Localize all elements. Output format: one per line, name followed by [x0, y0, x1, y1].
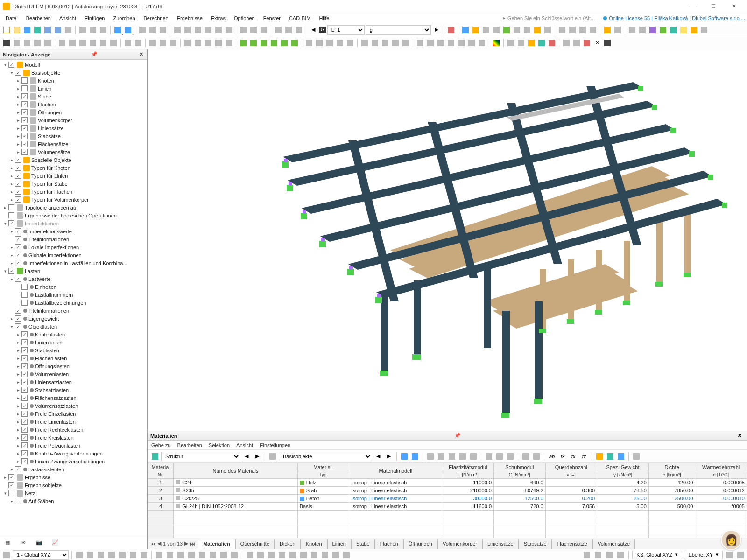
tree-item-22[interactable]: Titelinformationen	[2, 235, 147, 243]
dock-tab-querschnitte[interactable]: Querschnitte	[235, 539, 275, 549]
tree-checkbox[interactable]	[21, 395, 28, 401]
row-y[interactable]: 25.00	[597, 495, 649, 503]
dock-fx-2-button[interactable]: fx	[558, 452, 567, 461]
hdr-e[interactable]: Elastizitätsmodul	[442, 463, 494, 471]
tree-twisty-icon[interactable]: ▸	[8, 173, 15, 179]
mod-3-button[interactable]	[436, 38, 445, 48]
row-a[interactable]: 0.000010	[695, 495, 747, 503]
tree-checkbox[interactable]	[21, 101, 28, 107]
draw-12-button[interactable]	[183, 38, 192, 48]
row-p[interactable]: 420.00	[648, 479, 695, 487]
tree-item-26[interactable]: ▾Lasten	[2, 267, 147, 275]
solid-3-button[interactable]	[381, 38, 390, 48]
load-a-button[interactable]	[239, 25, 248, 35]
sb-2[interactable]	[85, 550, 95, 560]
tool-7-button[interactable]	[522, 25, 532, 35]
material-row-4[interactable]: 4GL24h | DIN 1052:2008-12BasisIsotrop | …	[148, 503, 747, 511]
sb-20[interactable]	[288, 550, 297, 560]
sb-12[interactable]	[197, 550, 207, 560]
tool-11-button[interactable]	[568, 25, 577, 35]
result-a-button[interactable]	[446, 25, 456, 35]
tree-item-49[interactable]: ▸Knoten-Zwangsverformungen	[2, 449, 147, 457]
tree-twisty-icon[interactable]: ▸	[8, 276, 15, 282]
tool-21-button[interactable]	[679, 25, 688, 35]
tool-9-button[interactable]	[543, 25, 552, 35]
tree-item-54[interactable]: ▾Netz	[2, 489, 147, 497]
tree-checkbox[interactable]	[15, 252, 21, 258]
sb-17[interactable]	[256, 550, 265, 560]
tree-checkbox[interactable]	[21, 149, 28, 155]
tree-item-29[interactable]: Lastfallnummern	[2, 291, 147, 299]
tree-item-21[interactable]: ▸Imperfektionswerte	[2, 227, 147, 235]
dock-edit-5-button[interactable]	[532, 452, 541, 461]
menu-berechnen[interactable]: Berechnen	[140, 14, 172, 22]
tree-twisty-icon[interactable]: ▸	[15, 93, 21, 100]
hdr-e-b[interactable]: E [N/mm²]	[442, 471, 494, 479]
mod-4-button[interactable]	[446, 38, 456, 48]
tree-item-18[interactable]: ▸Topologie anzeigen auf	[2, 203, 147, 211]
tool-16-button[interactable]	[627, 25, 637, 35]
dock-unit-2-button[interactable]	[606, 452, 615, 461]
materials-grid[interactable]: Material Name des Materials Material- Ma…	[148, 463, 747, 538]
tree-twisty-icon[interactable]	[8, 236, 15, 243]
dock-fx-1-button[interactable]: ab	[547, 452, 557, 461]
edit-2-button[interactable]	[315, 38, 324, 48]
tree-item-55[interactable]: ▸Auf Stäben	[2, 497, 147, 505]
select-surf-button[interactable]	[43, 38, 52, 48]
tree-twisty-icon[interactable]: ▸	[15, 403, 21, 409]
load-case-name-select[interactable]: g	[366, 25, 431, 35]
grid-2-button[interactable]	[516, 38, 526, 48]
sb-8[interactable]	[155, 550, 164, 560]
row-g[interactable]: 12500.0	[494, 495, 546, 503]
cursor-button[interactable]	[2, 38, 11, 48]
dock-unit-3-button[interactable]	[616, 452, 626, 461]
dock-sel-1-button[interactable]	[400, 452, 409, 461]
menu-extras[interactable]: Extras	[207, 14, 229, 22]
row-y[interactable]: 78.50	[597, 487, 649, 495]
tree-checkbox[interactable]	[8, 212, 14, 218]
status-ks[interactable]: KS: Global XYZ ▾	[632, 551, 682, 559]
tree-item-30[interactable]: Lastfallbezeichnungen	[2, 299, 147, 307]
row-v[interactable]: 0.300	[545, 487, 597, 495]
tree-twisty-icon[interactable]: ▾	[8, 70, 15, 76]
tree-checkbox[interactable]	[21, 371, 28, 377]
tree-twisty-icon[interactable]: ▸	[15, 149, 21, 155]
row-y[interactable]: 5.00	[597, 503, 649, 511]
tree-checkbox[interactable]	[21, 403, 28, 409]
tree-twisty-icon[interactable]	[2, 212, 8, 219]
hdr-v[interactable]: Querdehnzahl	[545, 463, 597, 471]
tree-checkbox[interactable]	[15, 189, 21, 195]
hdr-p[interactable]: Dichte	[648, 463, 695, 471]
draw-14-button[interactable]	[204, 38, 213, 48]
tree-checkbox[interactable]	[21, 339, 28, 345]
user-avatar[interactable]: 👩	[721, 530, 741, 550]
dock-tab-stäbe[interactable]: Stäbe	[351, 539, 375, 549]
material-row-3[interactable]: 3C20/25BetonIsotrop | Linear elastisch30…	[148, 495, 747, 503]
tree-item-24[interactable]: ▸Globale Imperfektionen	[2, 251, 147, 259]
sb-25[interactable]	[342, 550, 351, 560]
load-3-button[interactable]	[259, 38, 268, 48]
tree-checkbox[interactable]	[15, 466, 21, 472]
tree-item-37[interactable]: ▸Flächenlasten	[2, 354, 147, 362]
tree-item-16[interactable]: ▸Typen für Flächen	[2, 188, 147, 196]
tree-twisty-icon[interactable]: ▸	[15, 141, 21, 147]
tree-checkbox[interactable]	[8, 62, 14, 68]
draw-6-button[interactable]	[109, 38, 118, 48]
tree-checkbox[interactable]	[15, 315, 21, 322]
dock-fx-3-button[interactable]: fx	[569, 452, 578, 461]
misc-3-button[interactable]	[582, 38, 592, 48]
tree-item-50[interactable]: ▸Linien-Zwangsverschiebungen	[2, 457, 147, 465]
load-4-button[interactable]	[269, 38, 279, 48]
hdr-nr[interactable]: Material	[148, 463, 174, 471]
tree-checkbox[interactable]	[21, 450, 28, 456]
view-solid-button[interactable]	[148, 25, 157, 35]
row-y[interactable]: 4.20	[597, 479, 649, 487]
mod-1-button[interactable]	[416, 38, 425, 48]
row-model[interactable]: Isotrop | Linear elastisch	[349, 487, 442, 495]
new-file-button[interactable]	[2, 25, 11, 35]
sb-snap-1[interactable]	[582, 550, 592, 560]
status-cs-select[interactable]: 1 - Global XYZ	[13, 550, 69, 560]
tree-twisty-icon[interactable]: ▸	[15, 458, 21, 465]
tree-twisty-icon[interactable]: ▸	[8, 196, 15, 203]
nav-tab-results-icon[interactable]: 📈	[50, 539, 60, 546]
